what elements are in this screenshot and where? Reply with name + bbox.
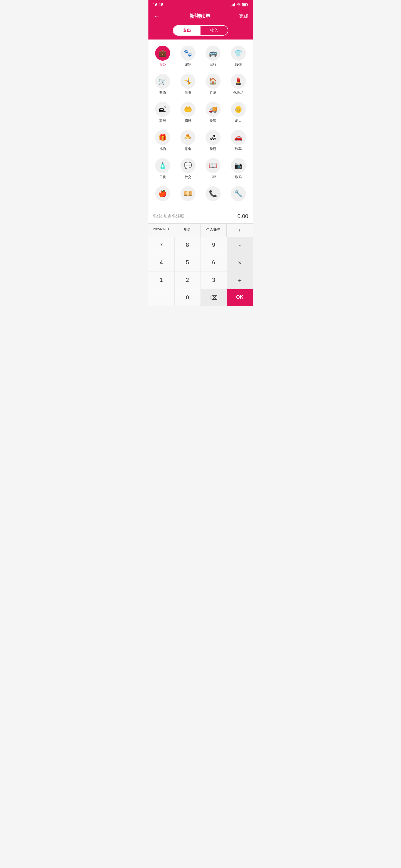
- key-6[interactable]: 6: [201, 254, 227, 272]
- tabs-container: 支出 收入: [148, 25, 253, 39]
- category-item-elderly[interactable]: 👴老人: [226, 99, 251, 126]
- donation-icon: 🤲: [180, 102, 196, 117]
- tab-expense[interactable]: 支出: [173, 26, 200, 35]
- key-9[interactable]: 9: [201, 237, 227, 254]
- category-item-shopping[interactable]: 🛒购物: [151, 71, 175, 98]
- category-item-fitness[interactable]: 🤸健身: [176, 71, 200, 98]
- key-8[interactable]: 8: [175, 237, 200, 254]
- office-label: 办公: [159, 62, 166, 67]
- status-icons: [231, 3, 249, 6]
- furniture-icon: 🛋: [155, 102, 170, 117]
- category-item-gift[interactable]: 🎁礼物: [151, 127, 175, 154]
- back-button[interactable]: ←: [153, 11, 161, 21]
- wifi-icon: [236, 3, 241, 6]
- travel-icon: 🚌: [205, 45, 221, 61]
- svg-rect-1: [232, 4, 232, 6]
- finance-icon: 💴: [180, 186, 196, 201]
- phone-icon: 📞: [205, 186, 221, 201]
- cosmetics-icon: 💄: [231, 74, 246, 89]
- toolbar-account[interactable]: 个人账单: [200, 224, 227, 237]
- status-time: 16:15: [153, 2, 164, 7]
- category-item-travel[interactable]: 🚌出行: [201, 43, 225, 70]
- pet-label: 宠物: [184, 62, 191, 67]
- category-item-books[interactable]: 📖书籍: [201, 155, 225, 182]
- category-item-car[interactable]: 🚗汽车: [226, 127, 251, 154]
- key-1[interactable]: 1: [148, 272, 174, 289]
- key-5[interactable]: 5: [175, 254, 200, 272]
- key-multiply[interactable]: ×: [227, 254, 253, 272]
- gift-icon: 🎁: [155, 130, 170, 145]
- status-bar: 16:15: [148, 0, 253, 8]
- digital-label: 数码: [235, 175, 242, 180]
- toolbar-add[interactable]: +: [227, 224, 253, 237]
- tourism-icon: 🏖: [205, 130, 221, 145]
- notes-area: 备注: 加点备注呗... 0.00: [148, 209, 253, 223]
- key-divide[interactable]: ÷: [227, 272, 253, 289]
- key-2[interactable]: 2: [175, 272, 200, 289]
- travel-label: 出行: [210, 62, 217, 67]
- key-7[interactable]: 7: [148, 237, 174, 254]
- done-button[interactable]: 完成: [239, 13, 249, 20]
- category-item-phone[interactable]: 📞: [201, 183, 225, 206]
- car-icon: 🚗: [231, 130, 246, 145]
- category-item-clothing[interactable]: 👕服饰: [226, 43, 251, 70]
- tab-income[interactable]: 收入: [200, 26, 228, 35]
- category-item-office[interactable]: 💼办公: [151, 43, 175, 70]
- notes-placeholder[interactable]: 备注: 加点备注呗...: [153, 214, 188, 219]
- svg-rect-0: [231, 5, 231, 6]
- fitness-icon: 🤸: [180, 74, 196, 89]
- key-ok[interactable]: OK: [227, 289, 253, 306]
- category-item-food[interactable]: 🍎: [151, 183, 175, 206]
- furniture-label: 家居: [159, 119, 166, 123]
- category-grid: 💼办公🐾宠物🚌出行👕服饰🛒购物🤸健身🏠住房💄化妆品🛋家居🤲捐赠🚚快递👴老人🎁礼物…: [148, 39, 253, 209]
- clothing-icon: 👕: [231, 45, 246, 61]
- daily-icon: 🧴: [155, 158, 170, 173]
- housing-icon: 🏠: [205, 74, 221, 89]
- key-dot[interactable]: .: [148, 289, 174, 306]
- toolbar-row: 2024-1-31 现金 个人账单 +: [148, 223, 253, 237]
- header: ← 新增账单 完成: [148, 8, 253, 25]
- key-minus[interactable]: -: [227, 237, 253, 254]
- pet-icon: 🐾: [180, 45, 196, 61]
- category-item-express[interactable]: 🚚快递: [201, 99, 225, 126]
- social-label: 社交: [184, 175, 191, 180]
- category-item-finance[interactable]: 💴: [176, 183, 200, 206]
- key-4[interactable]: 4: [148, 254, 174, 272]
- elderly-icon: 👴: [231, 102, 246, 117]
- category-item-pet[interactable]: 🐾宠物: [176, 43, 200, 70]
- battery-icon: [242, 3, 249, 6]
- tabs: 支出 收入: [173, 25, 228, 36]
- key-3[interactable]: 3: [201, 272, 227, 289]
- svg-rect-3: [234, 3, 235, 6]
- numpad: 789-456×123÷.0⌫OK: [148, 237, 253, 306]
- category-item-daily[interactable]: 🧴日化: [151, 155, 175, 182]
- clothing-label: 服饰: [235, 62, 242, 67]
- toolbar-payment[interactable]: 现金: [174, 224, 200, 237]
- cosmetics-label: 化妆品: [233, 90, 244, 95]
- category-item-housing[interactable]: 🏠住房: [201, 71, 225, 98]
- food-icon: 🍎: [155, 186, 170, 201]
- toolbar-date[interactable]: 2024-1-31: [148, 224, 175, 237]
- category-item-furniture[interactable]: 🛋家居: [151, 99, 175, 126]
- key-0[interactable]: 0: [175, 289, 200, 306]
- category-item-donation[interactable]: 🤲捐赠: [176, 99, 200, 126]
- digital-icon: 📷: [231, 158, 246, 173]
- tourism-label: 旅游: [210, 147, 217, 151]
- signal-icon: [231, 3, 235, 6]
- tools-icon: 🔧: [231, 186, 246, 201]
- car-label: 汽车: [235, 147, 242, 151]
- svg-rect-7: [242, 4, 246, 6]
- category-item-snack[interactable]: 🍮零食: [176, 127, 200, 154]
- fitness-label: 健身: [184, 90, 191, 95]
- category-item-tourism[interactable]: 🏖旅游: [201, 127, 225, 154]
- snack-icon: 🍮: [180, 130, 196, 145]
- daily-label: 日化: [159, 175, 166, 180]
- elderly-label: 老人: [235, 119, 242, 123]
- key-backspace[interactable]: ⌫: [201, 289, 227, 306]
- category-item-cosmetics[interactable]: 💄化妆品: [226, 71, 251, 98]
- category-item-tools[interactable]: 🔧: [226, 183, 251, 206]
- housing-label: 住房: [210, 90, 217, 95]
- svg-point-4: [238, 6, 239, 6]
- category-item-digital[interactable]: 📷数码: [226, 155, 251, 182]
- category-item-social[interactable]: 💬社交: [176, 155, 200, 182]
